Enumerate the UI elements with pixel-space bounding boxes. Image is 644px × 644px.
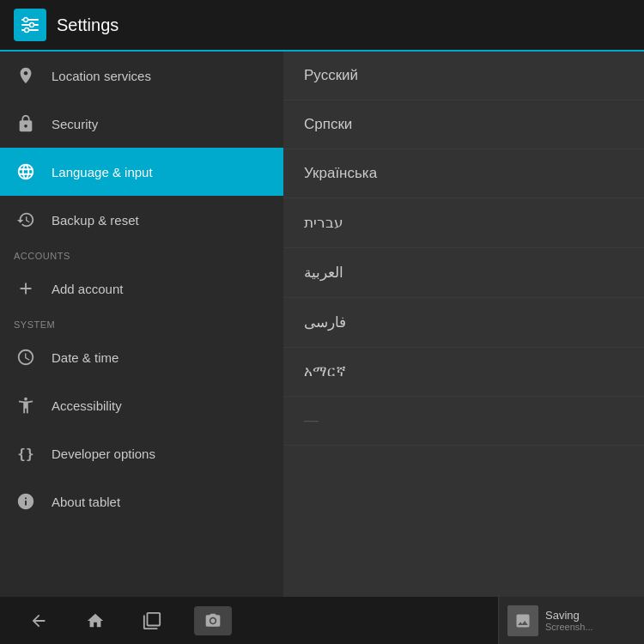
main-layout: Location services Security Language & in… — [0, 52, 644, 597]
location-icon — [14, 64, 38, 88]
sidebar-item-location-label: Location services — [52, 69, 151, 83]
list-item[interactable]: Русский — [283, 52, 644, 100]
app-header: Settings — [0, 0, 644, 52]
accessibility-icon — [14, 393, 38, 417]
system-section-header: SYSTEM — [0, 313, 283, 333]
language-name: Українська — [304, 165, 377, 181]
language-icon — [14, 160, 38, 184]
list-item[interactable]: አማርኛ — [283, 348, 644, 397]
sidebar-item-datetime-label: Date & time — [52, 350, 118, 365]
language-name: Српски — [304, 116, 352, 132]
sidebar-item-datetime[interactable]: Date & time — [0, 333, 283, 381]
screenshot-text: Saving Screensh... — [545, 609, 593, 632]
list-item[interactable]: فارسی — [283, 298, 644, 348]
svg-point-3 — [24, 18, 28, 22]
list-item[interactable]: Српски — [283, 100, 644, 149]
sidebar: Location services Security Language & in… — [0, 52, 283, 597]
backup-icon — [14, 208, 38, 232]
screenshot-title: Saving — [545, 609, 593, 622]
language-name: فارسی — [304, 314, 346, 331]
about-icon — [14, 489, 38, 513]
sidebar-item-backup-label: Backup & reset — [52, 213, 139, 228]
settings-icon — [14, 9, 46, 41]
sidebar-item-about[interactable]: About tablet — [0, 477, 283, 526]
sidebar-item-security[interactable]: Security — [0, 100, 283, 148]
sidebar-item-security-label: Security — [52, 117, 98, 131]
screenshot-notification: Saving Screensh... — [498, 597, 644, 644]
language-name: Русский — [304, 67, 358, 83]
language-name: العربية — [304, 264, 343, 281]
home-button[interactable] — [74, 604, 117, 638]
language-name: አማርኛ — [304, 363, 346, 380]
datetime-icon — [14, 345, 38, 369]
security-icon — [14, 112, 38, 136]
svg-point-4 — [30, 23, 34, 27]
language-name: עברית — [304, 215, 343, 231]
sidebar-item-accessibility-label: Accessibility — [52, 398, 122, 413]
language-list: Русский Српски Українська עברית العربية … — [283, 52, 644, 597]
sidebar-item-developer[interactable]: {} Developer options — [0, 429, 283, 477]
screenshot-camera-button[interactable] — [194, 606, 232, 635]
recents-button[interactable] — [131, 604, 173, 638]
list-item[interactable]: — — [283, 397, 644, 446]
developer-icon: {} — [14, 441, 38, 465]
accounts-section-header: ACCOUNTS — [0, 244, 283, 264]
sidebar-item-accessibility[interactable]: Accessibility — [0, 381, 283, 429]
back-button[interactable] — [17, 604, 60, 638]
nav-bar: Saving Screensh... — [0, 597, 644, 644]
sidebar-item-add-account-label: Add account — [52, 282, 123, 296]
svg-point-5 — [25, 28, 29, 33]
add-account-icon — [14, 276, 38, 301]
sidebar-item-backup[interactable]: Backup & reset — [0, 196, 283, 244]
sidebar-item-language-label: Language & input — [52, 165, 153, 179]
sidebar-item-about-label: About tablet — [52, 495, 120, 509]
screenshot-thumbnail — [507, 605, 538, 636]
list-item[interactable]: Українська — [283, 149, 644, 198]
list-item[interactable]: العربية — [283, 248, 644, 298]
screenshot-subtitle: Screensh... — [545, 622, 593, 632]
list-item[interactable]: עברית — [283, 198, 644, 248]
sidebar-item-location[interactable]: Location services — [0, 52, 283, 100]
language-name: — — [304, 412, 319, 428]
sidebar-item-developer-label: Developer options — [52, 447, 155, 461]
header-title: Settings — [57, 15, 118, 35]
sidebar-item-language[interactable]: Language & input — [0, 148, 283, 196]
sidebar-item-add-account[interactable]: Add account — [0, 264, 283, 313]
